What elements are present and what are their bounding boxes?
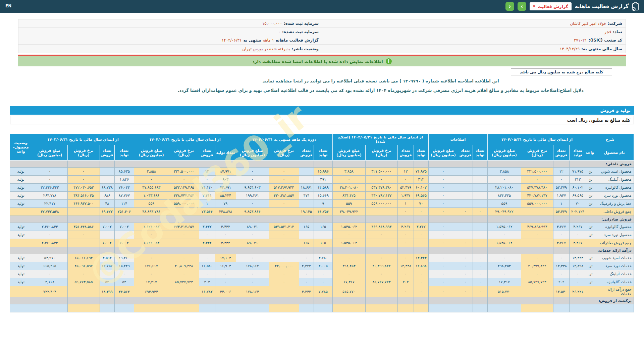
info-value: ۲۷۱۰۲۱ (574, 38, 587, 43)
section-row: درآمد ارائه خدمات: (10, 247, 634, 254)
value-cell: ۱,۰۳۳,۶۸۶ (134, 192, 169, 200)
nav-forward-button[interactable]: › (518, 2, 526, 11)
empty-cell (32, 161, 67, 168)
value-cell: ۳,۲۶۷ (570, 223, 586, 231)
value-cell: ۵۵۹ (134, 200, 169, 208)
empty-cell (32, 247, 67, 254)
status-cell: تولید (10, 168, 32, 176)
section-label-cell: فروش داخلی: (595, 161, 634, 168)
value-cell: ۱۲,۵۴۰ (553, 286, 570, 297)
value-cell: ۰ (114, 270, 134, 278)
value-cell: ۹,۶۵۴,۶۰۳ (236, 184, 269, 192)
info-cell-unregistered-capital: سرمایه ثبت نشده: ۰ (18, 28, 322, 36)
value-cell: ۱۸,۳۹۹ (100, 286, 114, 297)
empty-cell (553, 216, 570, 223)
value-cell: ۲۵۱,۴۰۶ (114, 208, 134, 216)
status-cell (10, 208, 32, 216)
empty-cell (458, 247, 473, 254)
status-cell: تولید (10, 270, 32, 278)
unit-cell: تن (586, 176, 595, 184)
value-cell: ۱,۸۴۶ (114, 176, 134, 184)
unit-cell: تن (586, 192, 595, 200)
value-cell: ۴۹۱ (314, 176, 332, 184)
info-cell-isic: کد صنعت (ISIC): ۲۷۱۰۲۱ (322, 36, 626, 44)
value-cell: ۰ (67, 176, 100, 184)
value-cell: ۸۳۴,۴۲۵ (332, 192, 365, 200)
value-cell: ۷,۷۸۵ (314, 286, 332, 297)
value-cell: ۰ (473, 286, 487, 297)
info-cell-registered-capital: سرمایه ثبت شده: ۱۵,۰۰۰,۰۰۰ (18, 19, 322, 27)
value-cell: ۰ (299, 278, 314, 286)
info-value: ۰ (278, 29, 280, 34)
empty-cell (314, 216, 332, 223)
info-value: ۱ ماهه (263, 38, 274, 43)
empty-cell (169, 247, 199, 254)
value-cell: ۴۷۳,۲۱۷,۶۵۷ (169, 223, 199, 231)
value-cell: ۰ (428, 270, 458, 278)
info-row: شرکت: فولاد امیر کبیر کاشان سرمایه ثبت ش… (18, 19, 626, 28)
value-cell: ۰ (100, 270, 114, 278)
empty-cell (332, 161, 365, 168)
empty-cell (215, 216, 236, 223)
value-cell (67, 304, 100, 312)
value-cell: ۵۵۹ (332, 200, 365, 208)
value-cell: ۷۶,۰۴۴ (114, 184, 134, 192)
report-type-dropdown[interactable]: گزارش فعالیت ▼ (530, 2, 572, 10)
table-row: محصول نورد سردتن۰۰۰۰۰۰۰۰۰۰۰۰۰۰۰۰۰تولید (10, 231, 634, 239)
value-cell (521, 239, 553, 247)
empty-cell (134, 216, 169, 223)
unit-cell: تن (586, 223, 595, 231)
table-row: محصول اسید شویيتن۷۱,۹۷۵۱۲۳۲۱,۵۰۰,۰۰۰۳,۸۵… (10, 168, 634, 176)
status-cell: تولید (10, 262, 32, 270)
empty-cell (428, 216, 458, 223)
value-cell: ۴۷۴ (299, 192, 314, 200)
value-cell: ۰ (553, 270, 570, 278)
product-name-header: نام محصول (595, 145, 634, 161)
value-cell: ۵۵۹ (487, 200, 521, 208)
value-cell: ۱,۵۳۵,۰۶۲ (332, 239, 365, 247)
empty-cell (114, 297, 134, 304)
empty-cell (114, 216, 134, 223)
language-toggle[interactable]: EN (5, 4, 11, 8)
value-cell (570, 304, 586, 312)
value-cell: ۱,۶۲۴,۰۸۳ (134, 239, 169, 247)
empty-cell (199, 161, 215, 168)
value-cell (487, 304, 521, 312)
empty-cell (67, 297, 100, 304)
value-cell: ۰ (414, 278, 428, 286)
value-cell (299, 231, 314, 239)
empty-cell (487, 161, 521, 168)
value-cell: ۳,۲۶۷ (570, 239, 586, 247)
value-cell: ۶۰,۱۰۲ (414, 184, 428, 192)
value-cell: ۳۷,۸۵۵,۶۸۳ (134, 184, 169, 192)
nav-back-button[interactable]: ‹ (505, 2, 514, 11)
value-cell: ۴۶۴,۹۳۷,۵۰۰ (67, 200, 100, 208)
value-cell: ۰ (553, 254, 570, 262)
value-cell: ۶۹,۴۷۲ (100, 208, 114, 216)
column-header: تعداد تولید (473, 145, 487, 161)
value-cell: ۰ (428, 254, 458, 262)
value-cell: ۰ (521, 176, 553, 184)
value-cell: ۳۲,۷۳۲,۵۳۸ (32, 208, 67, 216)
value-cell: ۰ (428, 286, 458, 297)
section-row: فروش داخلی: (10, 161, 634, 168)
empty-cell (169, 161, 199, 168)
value-cell (134, 304, 169, 312)
value-cell: ۷,۰۰۲ (100, 239, 114, 247)
previous-notice-link[interactable]: اینجا (293, 78, 303, 83)
value-cell (473, 184, 487, 192)
empty-cell (199, 216, 215, 223)
info-value: ۱۵,۰۰۰,۰۰۰ (262, 21, 282, 26)
value-cell: ۲۶,۲۲۱ (570, 286, 586, 297)
value-cell (365, 286, 397, 297)
value-cell: ۶۹,۵۶۵ (570, 192, 586, 200)
value-cell: ۰ (458, 286, 473, 297)
value-cell: ۴۳۰,۷۸۲,۱۳۷ (521, 192, 553, 200)
empty-cell (473, 297, 487, 304)
value-cell (100, 304, 114, 312)
empty-cell (521, 216, 553, 223)
product-name-cell: خدمات اسید شویي (595, 254, 634, 262)
value-cell: ۲۰۲,۱۲۴ (570, 208, 586, 216)
value-cell: ۸۵,۶۳۵ (114, 168, 134, 176)
empty-cell (114, 247, 134, 254)
